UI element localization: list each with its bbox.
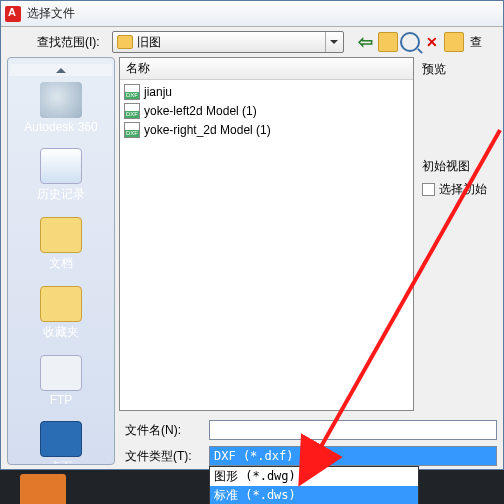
new-folder-button[interactable]: [444, 32, 464, 52]
file-name: yoke-right_2d Model (1): [144, 123, 271, 137]
sidebar-item-label: Autodesk 360: [8, 120, 114, 134]
places-sidebar: Autodesk 360 历史记录 文档 收藏夹 FTP 桌面: [7, 57, 115, 465]
folder-icon: [117, 35, 133, 49]
lookin-value: 旧图: [137, 34, 161, 51]
filetype-dropdown-list: 图形 (*.dwg) 标准 (*.dws) DXF (*.dxf) 图形样板 (…: [209, 466, 419, 504]
search-icon: [400, 32, 420, 52]
back-button[interactable]: ⇦: [356, 32, 376, 52]
orange-tab-icon: [20, 474, 66, 504]
sidebar-item-label: 桌面: [8, 459, 114, 465]
sidebar-item-autodesk360[interactable]: Autodesk 360: [8, 78, 114, 142]
filetype-combo[interactable]: DXF (*.dxf) 图形 (*.dwg) 标准 (*.dws) DXF (*…: [209, 446, 497, 466]
tool-search-text[interactable]: 查: [466, 32, 486, 52]
sidebar-item-label: FTP: [8, 393, 114, 407]
cloud-icon: [40, 82, 82, 118]
folder-icon: [444, 32, 464, 52]
file-name: jianju: [144, 85, 172, 99]
sidebar-item-label: 历史记录: [8, 186, 114, 203]
filetype-option[interactable]: 标准 (*.dws): [210, 486, 418, 504]
history-icon: [40, 148, 82, 184]
preview-label: 预览: [422, 61, 503, 78]
titlebar[interactable]: 选择文件: [1, 1, 503, 27]
sidebar-item-label: 收藏夹: [8, 324, 114, 341]
filename-input[interactable]: [209, 420, 497, 440]
sidebar-scroll-up[interactable]: [10, 64, 112, 76]
ftp-icon: [40, 355, 82, 391]
folder-up-icon: [378, 32, 398, 52]
sidebar-item-ftp[interactable]: FTP: [8, 351, 114, 415]
delete-button[interactable]: ✕: [422, 32, 442, 52]
sidebar-item-history[interactable]: 历史记录: [8, 144, 114, 211]
toolbar-icons: ⇦ ✕ 查: [356, 32, 486, 52]
sidebar-item-favorites[interactable]: 收藏夹: [8, 282, 114, 349]
sidebar-item-desktop[interactable]: 桌面: [8, 417, 114, 465]
filetype-label: 文件类型(T):: [125, 448, 203, 465]
file-row[interactable]: jianju: [120, 82, 413, 101]
dxf-icon: [124, 84, 140, 100]
checkbox-label: 选择初始: [439, 181, 487, 198]
dxf-icon: [124, 122, 140, 138]
chevron-down-icon[interactable]: [325, 32, 343, 52]
file-select-dialog: 选择文件 查找范围(I): 旧图 ⇦ ✕ 查 Autodesk 360: [0, 0, 504, 470]
checkbox-icon: [422, 183, 435, 196]
folder-icon: [40, 217, 82, 253]
search-button[interactable]: [400, 32, 420, 52]
select-initial-view-checkbox[interactable]: 选择初始: [422, 181, 503, 198]
sidebar-item-documents[interactable]: 文档: [8, 213, 114, 280]
dxf-icon: [124, 103, 140, 119]
app-logo-icon: [5, 6, 21, 22]
up-folder-button[interactable]: [378, 32, 398, 52]
file-listview[interactable]: 名称 jianju yoke-left2d Model (1) yoke-: [119, 57, 414, 411]
x-icon: ✕: [422, 32, 442, 52]
column-header-name[interactable]: 名称: [120, 58, 413, 80]
initial-view-label: 初始视图: [422, 158, 503, 175]
window-title: 选择文件: [27, 5, 75, 22]
sidebar-item-label: 文档: [8, 255, 114, 272]
desktop-icon: [40, 421, 82, 457]
filename-label: 文件名(N):: [125, 422, 203, 439]
lookin-combo[interactable]: 旧图: [112, 31, 344, 53]
filetype-option[interactable]: 图形 (*.dwg): [210, 467, 418, 486]
file-name: yoke-left2d Model (1): [144, 104, 257, 118]
lookin-label: 查找范围(I):: [37, 34, 100, 51]
arrow-left-icon: ⇦: [356, 32, 376, 52]
preview-pane: 预览 初始视图 选择初始: [416, 57, 503, 415]
filetype-selected: DXF (*.dxf): [209, 446, 497, 466]
toolbar: 查找范围(I): 旧图 ⇦ ✕ 查: [1, 27, 503, 57]
star-icon: [40, 286, 82, 322]
file-row[interactable]: yoke-left2d Model (1): [120, 101, 413, 120]
file-row[interactable]: yoke-right_2d Model (1): [120, 120, 413, 139]
